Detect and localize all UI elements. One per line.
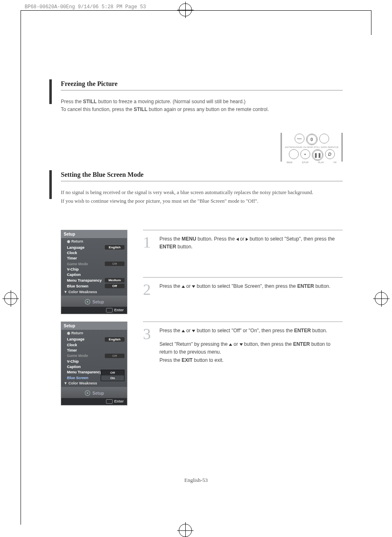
enter-icon xyxy=(106,308,113,312)
label-rew: REW xyxy=(287,161,293,164)
osd-row-language: LanguageEnglish xyxy=(61,336,127,342)
label: Menu Transparency xyxy=(67,370,102,374)
label: Caption xyxy=(67,365,81,369)
bold-still: STILL xyxy=(134,106,147,112)
step-text: Press the MENU button. Press the or butt… xyxy=(159,235,343,257)
popup-on-selected: On xyxy=(101,375,124,381)
label: V-Chip xyxy=(67,267,79,271)
page-number: English-53 xyxy=(0,477,392,484)
step-number: 2 xyxy=(143,282,154,296)
registration-mark-bottom xyxy=(179,524,192,537)
label: Language xyxy=(67,245,85,250)
registration-mark-right xyxy=(375,292,388,305)
bold-exit: EXIT xyxy=(182,357,193,363)
remote-btn-data: D xyxy=(325,149,335,159)
t: button. xyxy=(176,244,193,250)
bold-enter: ENTER xyxy=(293,341,310,347)
text: button again or press any button on the … xyxy=(148,106,269,112)
label: Clock xyxy=(67,343,77,347)
osd-row-vchip: V-Chip xyxy=(61,359,127,364)
osd-row-menutrans: Menu TransparencyMedium xyxy=(61,278,127,283)
label: Clock xyxy=(67,251,77,255)
page-content: Freezing the Picture Press the STILL but… xyxy=(49,76,343,413)
svg-point-1 xyxy=(87,301,88,303)
t: or xyxy=(185,328,192,333)
heading-text: Setting the Blue Screen Mode xyxy=(61,171,143,178)
t: Select "Return" by pressing the xyxy=(159,341,229,347)
label: Blue Screen xyxy=(67,284,88,288)
osd-more: ▼ Color Weakness xyxy=(61,289,127,295)
remote-bottom-labels: REW STOP PLAY FF xyxy=(282,161,341,164)
value: English xyxy=(105,245,125,250)
bold-menu: MENU xyxy=(182,236,196,242)
crop-mark-left xyxy=(21,10,21,525)
t: Press the xyxy=(159,283,182,289)
step-text: Press the or button to select "Blue Scre… xyxy=(159,282,330,296)
remote-labels-row: ANT/ENG/NUM CH MGR STILL DATA-SERVICE xyxy=(282,146,341,148)
osd-row-timer: Timer xyxy=(61,347,127,353)
osd-popup: Off On xyxy=(101,370,125,381)
bluescreen-intro-2: If you wish to continue viewing the poor… xyxy=(61,197,343,205)
down-arrow-icon xyxy=(240,343,243,346)
remote-btn-stop: • xyxy=(300,149,310,159)
t: or xyxy=(239,236,246,242)
osd-footer-label: Setup xyxy=(92,299,104,304)
osd-row-bluescreen: Blue ScreenOff xyxy=(61,283,127,289)
osd-row-caption: Caption xyxy=(61,364,127,369)
t: Press the xyxy=(159,357,182,363)
osd-return: ◉ Return xyxy=(61,238,127,245)
crop-mark-top xyxy=(21,0,371,11)
label: V-Chip xyxy=(67,359,79,363)
osd-row-vchip: V-Chip xyxy=(61,267,127,272)
value: Off xyxy=(105,354,125,358)
t: button. xyxy=(314,283,330,289)
t: or xyxy=(185,283,192,289)
section-heading-freezing: Freezing the Picture xyxy=(61,80,343,90)
step-1: 1 Press the MENU button. Press the or bu… xyxy=(143,230,343,257)
text: Press the xyxy=(61,99,83,104)
remote-btn-rew xyxy=(289,149,299,159)
osd-row-clock: Clock xyxy=(61,342,127,347)
value: Medium xyxy=(105,278,125,282)
osd-setup-menu-1: Setup ◉ Return LanguageEnglish Clock Tim… xyxy=(61,230,127,314)
osd-row-gamemode: Game ModeOff xyxy=(61,353,127,359)
label: Blue Screen xyxy=(67,376,88,380)
step-number: 3 xyxy=(143,327,154,370)
enter-icon xyxy=(106,399,113,404)
bold-enter: ENTER xyxy=(294,328,311,333)
section-heading-bluescreen: Setting the Blue Screen Mode xyxy=(61,171,343,181)
osd-row-timer: Timer xyxy=(61,256,127,261)
osd-footer-label: Setup xyxy=(92,391,104,396)
step-number: 1 xyxy=(143,235,154,257)
enter-label: Enter xyxy=(114,308,124,312)
bold-enter: ENTER xyxy=(159,244,176,250)
t: Press the xyxy=(159,236,182,242)
label: Menu Transparency xyxy=(67,278,102,282)
osd-row-clock: Clock xyxy=(61,250,127,256)
remote-btn-zero: 0 xyxy=(306,134,318,145)
osd-return: ◉ Return xyxy=(61,330,127,336)
heading-text: Freezing the Picture xyxy=(61,80,118,87)
bold-still: STILL xyxy=(83,99,97,104)
t: button, then press the xyxy=(243,341,293,347)
remote-btn-blank xyxy=(319,134,329,144)
osd-row-language: LanguageEnglish xyxy=(61,245,127,250)
bluescreen-intro-1: If no signal is being received or the si… xyxy=(61,189,343,197)
popup-off: Off xyxy=(101,370,124,375)
t: button to exit. xyxy=(193,357,224,363)
osd-enter-bar: Enter xyxy=(61,307,127,314)
enter-label: Enter xyxy=(114,399,124,403)
osd-more: ▼ Color Weakness xyxy=(61,380,127,386)
value: Off xyxy=(105,284,125,288)
svg-point-3 xyxy=(87,392,88,394)
osd-return-label: Return xyxy=(71,331,83,335)
label-play: PLAY xyxy=(318,161,324,164)
label: Timer xyxy=(67,256,77,260)
t: button to select "Off" or "On", then pre… xyxy=(195,328,294,333)
up-arrow-icon xyxy=(182,285,185,288)
osd-title: Setup xyxy=(61,322,127,330)
text: button to freeze a moving picture. (Norm… xyxy=(97,99,245,104)
freezing-para-2: To cancel this function, press the STILL… xyxy=(61,106,343,113)
text: To cancel this function, press the xyxy=(61,106,134,112)
osd-footer: Setup xyxy=(61,296,127,307)
